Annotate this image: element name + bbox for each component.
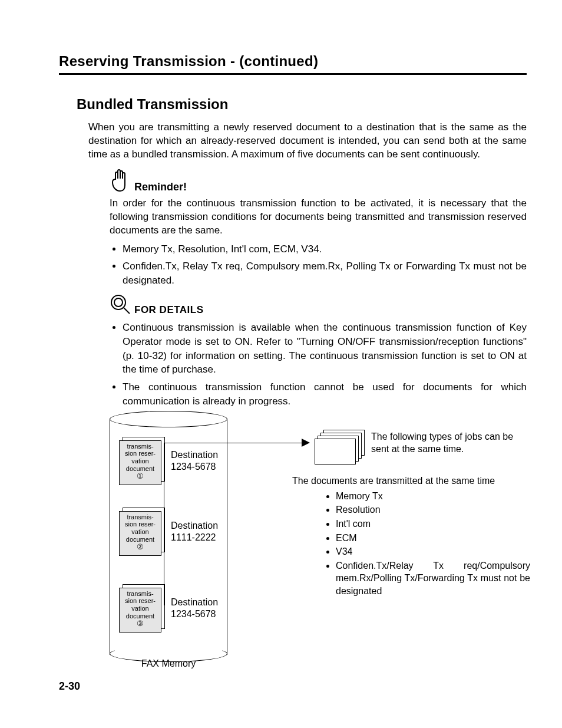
- doc-label-line: sion reser-: [125, 521, 156, 528]
- destination-number: 1234-5678: [171, 609, 216, 619]
- condition-item: Resolution: [336, 503, 530, 516]
- svg-point-1: [114, 298, 123, 307]
- intro-paragraph: When you are transmitting a newly reserv…: [88, 121, 527, 162]
- condition-item: ECM: [336, 532, 530, 545]
- conditions-list: Memory Tx Resolution Int'l com ECM V34 C…: [324, 490, 530, 599]
- doc-label-line: transmis-: [127, 513, 153, 521]
- doc-label-line: transmis-: [127, 590, 153, 597]
- details-bullet: The continuous transmission function can…: [123, 380, 527, 409]
- doc-number-icon: ②: [137, 542, 144, 551]
- doc-number-icon: ①: [137, 472, 144, 480]
- condition-item: V34: [336, 545, 530, 558]
- bundled-transmission-diagram: FAX Memory transmis- sion reser- vation …: [110, 419, 527, 678]
- arrow-merge-line: [164, 443, 164, 605]
- doc-label-line: vation: [131, 528, 148, 535]
- destination-label: Destination: [171, 521, 218, 531]
- details-bullet: Continuous transmission is available whe…: [123, 321, 527, 377]
- bundle-caption: The following types of jobs can be sent …: [371, 431, 524, 456]
- destination-label: Destination: [171, 450, 218, 460]
- doc-label-line: sion reser-: [125, 597, 156, 604]
- svg-point-0: [111, 295, 125, 309]
- doc-label-line: document: [126, 465, 154, 472]
- doc-label-line: document: [126, 536, 154, 543]
- destination-label: Destination: [171, 597, 218, 607]
- doc-number-icon: ③: [137, 619, 144, 628]
- doc-label-line: document: [126, 612, 154, 620]
- reminder-bullets: Memory Tx, Resolution, Int'l com, ECM, V…: [123, 242, 527, 288]
- condition-item: Int'l com: [336, 518, 530, 531]
- reminder-block: Reminder! In order for the continuous tr…: [110, 167, 527, 288]
- page-number: 2-30: [59, 680, 80, 693]
- doc-label-line: vation: [131, 605, 148, 612]
- doc-label-line: transmis-: [127, 443, 153, 450]
- bundled-output-stack: [315, 430, 368, 465]
- details-label: FOR DETAILS: [134, 304, 204, 316]
- details-block: FOR DETAILS Continuous transmission is a…: [110, 294, 527, 409]
- running-head: Reserving Transmission - (continued): [59, 53, 527, 75]
- destination-number: 1234-5678: [171, 462, 216, 472]
- doc-label-line: vation: [131, 457, 148, 465]
- arrow-line: [164, 443, 305, 443]
- condition-item: Confiden.Tx/Relay Tx req/Compulsory mem.…: [336, 559, 530, 598]
- fax-memory-label: FAX Memory: [110, 658, 227, 669]
- condition-item: Memory Tx: [336, 490, 530, 503]
- reminder-label: Reminder!: [134, 181, 187, 193]
- reservation-doc-3: transmis- sion reser- vation document ③ …: [119, 584, 219, 633]
- destination-number: 1111-2222: [171, 532, 216, 542]
- same-time-caption: The documents are transmitted at the sam…: [292, 476, 528, 486]
- arrow-head-icon: [302, 439, 310, 447]
- section-title: Bundled Transmission: [77, 96, 527, 113]
- doc-label-line: sion reser-: [125, 450, 156, 457]
- reminder-body: In order for the continuous transmission…: [110, 197, 527, 238]
- reservation-doc-2: transmis- sion reser- vation document ② …: [119, 508, 219, 556]
- hand-stop-icon: [110, 167, 131, 193]
- reminder-bullet: Confiden.Tx, Relay Tx req, Compulsory me…: [123, 259, 527, 288]
- svg-line-2: [124, 308, 130, 314]
- reservation-doc-1: transmis- sion reser- vation document ① …: [119, 437, 219, 485]
- details-bullets: Continuous transmission is available whe…: [123, 321, 527, 409]
- magnifier-icon: [110, 294, 131, 316]
- reminder-bullet: Memory Tx, Resolution, Int'l com, ECM, V…: [123, 242, 527, 256]
